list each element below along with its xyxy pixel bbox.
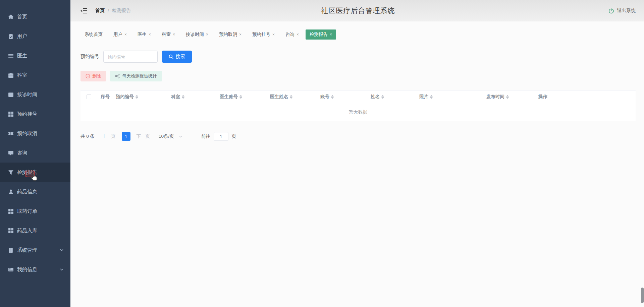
- sidebar-item-drug-info[interactable]: 药品信息: [0, 182, 70, 201]
- page-size-select[interactable]: 10条/页: [159, 133, 182, 139]
- column-header-name[interactable]: 姓名: [367, 94, 416, 100]
- sidebar-item-label: 药品信息: [17, 189, 37, 195]
- sidebar-item-label: 医生: [17, 53, 27, 59]
- tab-reception-time[interactable]: 接诊时间×: [182, 29, 212, 40]
- sidebar-item-department[interactable]: 科室: [0, 65, 70, 85]
- briefcase-icon: [8, 72, 14, 78]
- tab-department[interactable]: 科室×: [158, 29, 179, 40]
- sidebar-item-reception-time[interactable]: 接诊时间: [0, 85, 70, 104]
- content: 预约编号 搜索 删除 每天检测报告统计: [70, 39, 644, 141]
- close-icon[interactable]: ×: [206, 33, 208, 37]
- next-page-button[interactable]: 下一页: [137, 133, 150, 139]
- page-number-button[interactable]: 1: [122, 132, 130, 141]
- sort-icon[interactable]: [506, 95, 509, 99]
- sidebar-item-label: 接诊时间: [17, 91, 37, 98]
- sort-icon[interactable]: [136, 95, 138, 99]
- column-header-account[interactable]: 账号: [317, 94, 367, 100]
- grid-icon: [8, 111, 14, 117]
- close-icon[interactable]: ×: [272, 33, 275, 37]
- close-icon[interactable]: ×: [149, 33, 151, 37]
- daily-report-stats-button[interactable]: 每天检测报告统计: [110, 71, 162, 81]
- chevron-down-icon: [179, 135, 182, 138]
- sidebar-item-drug-order[interactable]: 取药订单: [0, 201, 70, 221]
- tab-doctor[interactable]: 医生×: [133, 29, 155, 40]
- prev-page-button[interactable]: 上一页: [102, 133, 116, 139]
- close-icon[interactable]: ×: [330, 33, 332, 37]
- goto-page-input[interactable]: [214, 132, 228, 141]
- search-icon: [169, 54, 173, 59]
- sort-icon[interactable]: [381, 95, 384, 99]
- column-header-doctor-account[interactable]: 医生账号: [216, 94, 267, 100]
- sidebar-item-user[interactable]: 用户: [0, 26, 70, 46]
- breadcrumb-current: 检测报告: [112, 8, 131, 14]
- column-header-photo[interactable]: 照片: [416, 94, 483, 100]
- column-header-index: 序号: [97, 94, 112, 100]
- toolbar: 删除 每天检测报告统计: [80, 71, 636, 81]
- column-header-appointment-no[interactable]: 预约编号: [112, 94, 168, 100]
- select-all-checkbox[interactable]: [87, 95, 91, 99]
- breadcrumb-separator: /: [108, 8, 109, 13]
- goto-page: 前往 页: [201, 132, 236, 141]
- search-button[interactable]: 搜索: [162, 51, 192, 63]
- grid-icon: [8, 228, 14, 234]
- sort-icon[interactable]: [182, 95, 184, 99]
- sidebar-item-appointment-cancel[interactable]: 预约取消: [0, 124, 70, 143]
- grid-icon: [8, 208, 14, 214]
- home-icon: [8, 14, 14, 20]
- hand-cursor-icon: [29, 173, 39, 182]
- share-icon: [115, 74, 120, 78]
- delete-button[interactable]: 删除: [80, 71, 106, 81]
- column-header-doctor-name[interactable]: 医生姓名: [267, 94, 317, 100]
- close-icon[interactable]: ×: [173, 33, 175, 37]
- pagination-total: 共 0 条: [80, 133, 95, 139]
- tab-system-home[interactable]: 系统首页: [80, 29, 107, 40]
- top-bar: 首页 / 检测报告 社区医疗后台管理系统 退出系统: [70, 0, 644, 21]
- close-icon[interactable]: ×: [297, 33, 299, 37]
- main-area: 首页 / 检测报告 社区医疗后台管理系统 退出系统 系统首页 用户× 医生× 科…: [70, 0, 644, 307]
- sidebar-item-label: 药品入库: [17, 228, 37, 234]
- sort-icon[interactable]: [331, 95, 334, 99]
- scrollbar-track: [641, 0, 644, 307]
- tab-appointment[interactable]: 预约挂号×: [248, 29, 279, 40]
- sidebar-item-label: 首页: [17, 14, 27, 20]
- breadcrumb: 首页 / 检测报告: [95, 8, 131, 14]
- sidebar-item-drug-inbound[interactable]: 药品入库: [0, 221, 70, 240]
- tab-appointment-cancel[interactable]: 预约取消×: [215, 29, 246, 40]
- column-header-publish-time[interactable]: 发布时间: [483, 94, 535, 100]
- tab-consult[interactable]: 咨询×: [281, 29, 303, 40]
- search-input[interactable]: [103, 51, 158, 63]
- scrollbar-thumb[interactable]: [641, 288, 644, 303]
- sort-icon[interactable]: [430, 95, 433, 99]
- sidebar-item-system-management[interactable]: 系统管理: [0, 240, 70, 260]
- breadcrumb-root[interactable]: 首页: [95, 8, 105, 14]
- column-header-department[interactable]: 科室: [168, 94, 216, 100]
- logout-button[interactable]: 退出系统: [608, 8, 636, 14]
- sidebar-collapse-icon[interactable]: [80, 7, 88, 14]
- logout-label: 退出系统: [617, 8, 636, 14]
- sidebar-item-consult[interactable]: 咨询: [0, 143, 70, 163]
- power-icon: [608, 8, 614, 14]
- sidebar-item-label: 取药订单: [17, 208, 37, 214]
- remove-circle-icon: [86, 74, 90, 78]
- funnel-icon: [8, 170, 14, 175]
- close-icon[interactable]: ×: [239, 33, 241, 37]
- sort-icon[interactable]: [239, 95, 242, 99]
- goto-unit: 页: [232, 133, 236, 139]
- table-header-row: 序号 预约编号 科室 医生账号 医生姓名: [80, 90, 636, 103]
- list-icon: [8, 53, 14, 59]
- tab-test-report[interactable]: 检测报告×: [306, 29, 336, 40]
- close-icon[interactable]: ×: [124, 33, 127, 37]
- sidebar-item-home[interactable]: 首页: [0, 7, 70, 26]
- sidebar-item-my-info[interactable]: 我的信息: [0, 260, 70, 279]
- search-row: 预约编号 搜索: [80, 51, 636, 63]
- sort-icon[interactable]: [290, 95, 292, 99]
- tab-user[interactable]: 用户×: [109, 29, 131, 40]
- sidebar-item-label: 用户: [17, 33, 27, 40]
- column-header-actions: 操作: [535, 94, 636, 100]
- sidebar-item-doctor[interactable]: 医生: [0, 46, 70, 65]
- ticket-icon: [8, 131, 14, 136]
- chevron-down-icon: [60, 267, 64, 271]
- chevron-down-icon: [60, 248, 64, 252]
- sidebar-item-appointment[interactable]: 预约挂号: [0, 104, 70, 124]
- user-icon: [8, 189, 14, 195]
